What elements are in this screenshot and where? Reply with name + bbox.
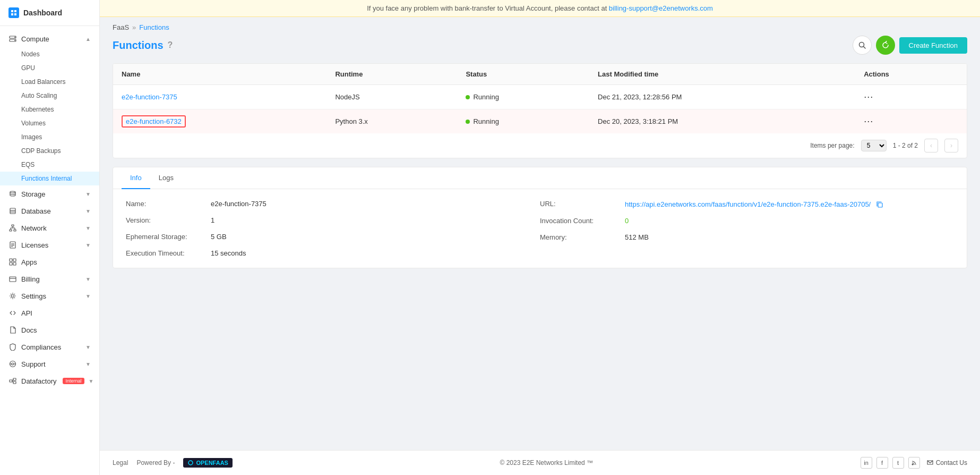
detail-version-label: Version: bbox=[126, 216, 211, 224]
sidebar-item-functions[interactable]: Functions Internal bbox=[0, 172, 99, 185]
functions-badge: Internal bbox=[50, 175, 72, 182]
create-function-button[interactable]: Create Function bbox=[899, 37, 968, 54]
sidebar-item-api[interactable]: API bbox=[0, 304, 99, 321]
linkedin-icon[interactable]: in bbox=[861, 457, 872, 469]
svg-line-40 bbox=[863, 47, 865, 49]
sidebar-logo: Dashboard bbox=[0, 0, 99, 26]
function-runtime-6732: Python 3.x bbox=[326, 109, 457, 134]
col-name: Name bbox=[113, 64, 326, 85]
sidebar-item-support[interactable]: Support ▼ bbox=[0, 355, 99, 372]
footer-powered-by: Powered By - bbox=[136, 459, 175, 466]
sidebar-item-cdp-backups[interactable]: CDP Backups bbox=[0, 144, 99, 158]
breadcrumb-separator: » bbox=[132, 23, 136, 31]
settings-icon bbox=[8, 292, 17, 300]
rss-icon[interactable] bbox=[908, 457, 920, 469]
svg-rect-0 bbox=[11, 10, 13, 12]
footer: Legal Powered By - OPENFAAS © 2023 E2E N… bbox=[100, 450, 980, 475]
svg-rect-23 bbox=[10, 259, 12, 261]
svg-rect-25 bbox=[10, 262, 12, 265]
svg-rect-26 bbox=[13, 262, 16, 265]
svg-rect-9 bbox=[10, 208, 15, 214]
actions-menu-7375[interactable]: ··· bbox=[864, 91, 873, 102]
docs-icon bbox=[8, 326, 17, 334]
sidebar-item-compute[interactable]: Compute ▲ bbox=[0, 30, 99, 47]
sidebar-item-gpu[interactable]: GPU bbox=[0, 61, 99, 75]
database-icon bbox=[8, 207, 17, 215]
contact-button[interactable]: Contact Us bbox=[926, 459, 967, 466]
billing-icon bbox=[8, 275, 17, 283]
svg-rect-24 bbox=[13, 259, 16, 261]
svg-rect-12 bbox=[12, 225, 14, 226]
col-actions: Actions bbox=[855, 64, 967, 85]
sidebar-item-apps[interactable]: Apps bbox=[0, 253, 99, 270]
help-icon[interactable]: ? bbox=[168, 40, 173, 50]
sidebar-item-licenses[interactable]: Licenses ▼ bbox=[0, 236, 99, 253]
svg-point-6 bbox=[14, 37, 15, 38]
twitter-icon[interactable]: t bbox=[892, 457, 904, 469]
svg-rect-36 bbox=[13, 381, 16, 384]
billing-email-link[interactable]: billing-support@e2enetworks.com bbox=[609, 4, 713, 12]
svg-point-29 bbox=[12, 295, 14, 298]
function-status-7375: Running bbox=[457, 85, 589, 109]
copy-url-icon[interactable] bbox=[876, 200, 883, 208]
sidebar-item-load-balancers[interactable]: Load Balancers bbox=[0, 75, 99, 89]
svg-point-7 bbox=[14, 40, 15, 41]
search-button[interactable] bbox=[853, 36, 872, 55]
sidebar-item-docs[interactable]: Docs bbox=[0, 321, 99, 338]
function-name-link-7375[interactable]: e2e-function-7375 bbox=[122, 93, 177, 101]
table-row: e2e-function-7375 NodeJS Running Dec 21,… bbox=[113, 85, 967, 109]
breadcrumb-parent[interactable]: FaaS bbox=[113, 23, 129, 31]
function-name-link-6732[interactable]: e2e-function-6732 bbox=[122, 115, 186, 128]
pagination: Items per page: 5 10 20 50 1 - 2 of 2 ‹ … bbox=[113, 133, 967, 158]
page-header: Functions ? Create Function bbox=[113, 36, 967, 55]
svg-line-37 bbox=[12, 379, 13, 381]
footer-social: in f t bbox=[861, 457, 920, 469]
sidebar-item-eqs[interactable]: EQS bbox=[0, 158, 99, 172]
svg-line-38 bbox=[12, 381, 13, 383]
sidebar-item-billing[interactable]: Billing ▼ bbox=[0, 270, 99, 287]
sidebar-item-auto-scaling[interactable]: Auto Scaling bbox=[0, 89, 99, 103]
function-modified-7375: Dec 21, 2023, 12:28:56 PM bbox=[589, 85, 855, 109]
sidebar-item-images[interactable]: Images bbox=[0, 130, 99, 144]
sidebar-item-settings[interactable]: Settings ▼ bbox=[0, 287, 99, 304]
footer-copyright: © 2023 E2E Networks Limited ™ bbox=[500, 459, 593, 466]
detail-url-label: URL: bbox=[540, 200, 625, 208]
tab-info[interactable]: Info bbox=[122, 167, 150, 189]
footer-legal[interactable]: Legal bbox=[113, 459, 128, 466]
detail-name-value: e2e-function-7375 bbox=[211, 200, 267, 208]
tab-logs[interactable]: Logs bbox=[150, 167, 182, 189]
sidebar-item-datafactory[interactable]: Datafactory Internal ▼ bbox=[0, 372, 99, 389]
detail-url-value[interactable]: https://api.e2enetworks.com/faas/functio… bbox=[625, 200, 871, 208]
datafactory-badge: Internal bbox=[63, 378, 84, 384]
status-dot bbox=[466, 95, 470, 99]
breadcrumb-current[interactable]: Functions bbox=[139, 23, 169, 31]
sidebar-item-network[interactable]: Network ▼ bbox=[0, 219, 99, 236]
svg-point-8 bbox=[10, 191, 15, 193]
svg-rect-27 bbox=[10, 277, 16, 282]
actions-menu-6732[interactable]: ··· bbox=[864, 116, 873, 126]
refresh-button[interactable] bbox=[876, 36, 895, 55]
items-per-page-select[interactable]: 5 10 20 50 bbox=[861, 140, 887, 151]
pagination-next[interactable]: › bbox=[944, 139, 958, 152]
sidebar-item-nodes[interactable]: Nodes bbox=[0, 47, 99, 61]
sidebar-item-volumes[interactable]: Volumes bbox=[0, 116, 99, 130]
top-banner: If you face any problem with bank-transf… bbox=[100, 0, 980, 17]
breadcrumb: FaaS » Functions bbox=[113, 17, 967, 36]
detail-version-value: 1 bbox=[211, 216, 214, 224]
sidebar-item-kubernetes[interactable]: Kubernetes bbox=[0, 103, 99, 116]
sidebar-item-compliances[interactable]: Compliances ▼ bbox=[0, 338, 99, 355]
table-row: e2e-function-6732 Python 3.x Running Dec… bbox=[113, 109, 967, 134]
database-chevron: ▼ bbox=[85, 208, 91, 214]
facebook-icon[interactable]: f bbox=[876, 457, 888, 469]
sidebar-item-database[interactable]: Database ▼ bbox=[0, 202, 99, 219]
sidebar-item-storage[interactable]: Storage ▼ bbox=[0, 185, 99, 202]
svg-rect-14 bbox=[14, 230, 16, 231]
openfaas-badge[interactable]: OPENFAAS bbox=[183, 458, 233, 468]
detail-invocation-value: 0 bbox=[625, 217, 629, 225]
billing-chevron: ▼ bbox=[85, 276, 91, 282]
licenses-icon bbox=[8, 241, 17, 249]
storage-chevron: ▼ bbox=[85, 191, 91, 197]
tabs-header: Info Logs bbox=[113, 167, 967, 189]
function-status-6732: Running bbox=[457, 109, 589, 134]
pagination-prev[interactable]: ‹ bbox=[924, 139, 938, 152]
